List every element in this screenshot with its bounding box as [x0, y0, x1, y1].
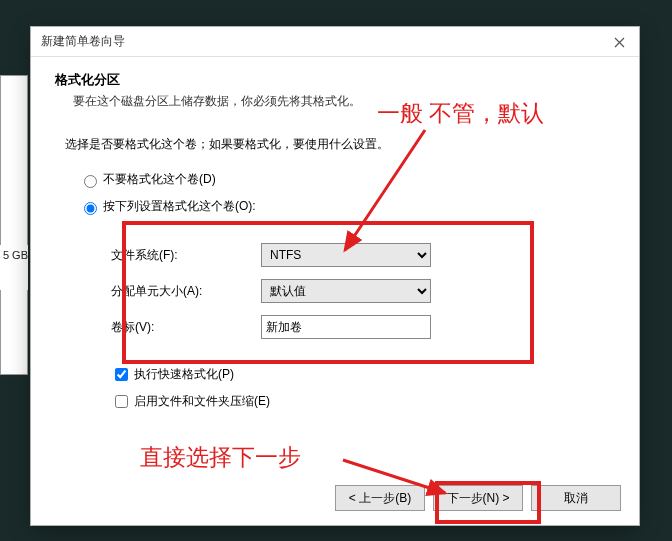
field-filesystem: 文件系统(F): NTFS	[111, 243, 605, 267]
cancel-button[interactable]: 取消	[531, 485, 621, 511]
next-button[interactable]: 下一步(N) >	[433, 485, 523, 511]
check-compression-label: 启用文件和文件夹压缩(E)	[134, 393, 270, 410]
annotation-note-2: 直接选择下一步	[140, 442, 301, 473]
dialog-footer: < 上一步(B) 下一步(N) > 取消	[335, 485, 621, 511]
radio-no-format[interactable]: 不要格式化这个卷(D)	[79, 171, 605, 188]
allocation-unit-label: 分配单元大小(A):	[111, 283, 261, 300]
dialog-heading: 格式化分区	[55, 71, 615, 89]
field-allocation-unit: 分配单元大小(A): 默认值	[111, 279, 605, 303]
titlebar: 新建简单卷向导	[31, 27, 639, 57]
check-quick-format-label: 执行快速格式化(P)	[134, 366, 234, 383]
background-panel	[0, 75, 28, 375]
wizard-dialog: 新建简单卷向导 格式化分区 要在这个磁盘分区上储存数据，你必须先将其格式化。 选…	[30, 26, 640, 526]
radio-no-format-label: 不要格式化这个卷(D)	[103, 171, 216, 188]
disk-size-label: 5 GB	[0, 245, 28, 290]
field-volume-label: 卷标(V):	[111, 315, 605, 339]
back-button[interactable]: < 上一步(B)	[335, 485, 425, 511]
check-quick-format-input[interactable]	[115, 368, 128, 381]
dialog-header: 格式化分区 要在这个磁盘分区上储存数据，你必须先将其格式化。	[31, 57, 639, 118]
radio-no-format-input[interactable]	[84, 175, 97, 188]
format-fields: 文件系统(F): NTFS 分配单元大小(A): 默认值 卷标(V):	[65, 225, 605, 357]
volume-label-label: 卷标(V):	[111, 319, 261, 336]
volume-label-input[interactable]	[261, 315, 431, 339]
radio-format-settings-input[interactable]	[84, 202, 97, 215]
check-compression-input[interactable]	[115, 395, 128, 408]
dialog-title: 新建简单卷向导	[41, 33, 125, 50]
filesystem-label: 文件系统(F):	[111, 247, 261, 264]
radio-format-settings-label: 按下列设置格式化这个卷(O):	[103, 198, 256, 215]
allocation-unit-select[interactable]: 默认值	[261, 279, 431, 303]
annotation-note-1: 一般 不管，默认	[377, 98, 544, 129]
check-compression[interactable]: 启用文件和文件夹压缩(E)	[111, 392, 605, 411]
check-quick-format[interactable]: 执行快速格式化(P)	[111, 365, 605, 384]
format-checks: 执行快速格式化(P) 启用文件和文件夹压缩(E)	[65, 365, 605, 411]
filesystem-select[interactable]: NTFS	[261, 243, 431, 267]
prompt-text: 选择是否要格式化这个卷；如果要格式化，要使用什么设置。	[65, 136, 605, 153]
close-icon	[614, 37, 625, 48]
radio-format-settings[interactable]: 按下列设置格式化这个卷(O):	[79, 198, 605, 215]
close-button[interactable]	[599, 27, 639, 57]
dialog-content: 选择是否要格式化这个卷；如果要格式化，要使用什么设置。 不要格式化这个卷(D) …	[31, 118, 639, 411]
